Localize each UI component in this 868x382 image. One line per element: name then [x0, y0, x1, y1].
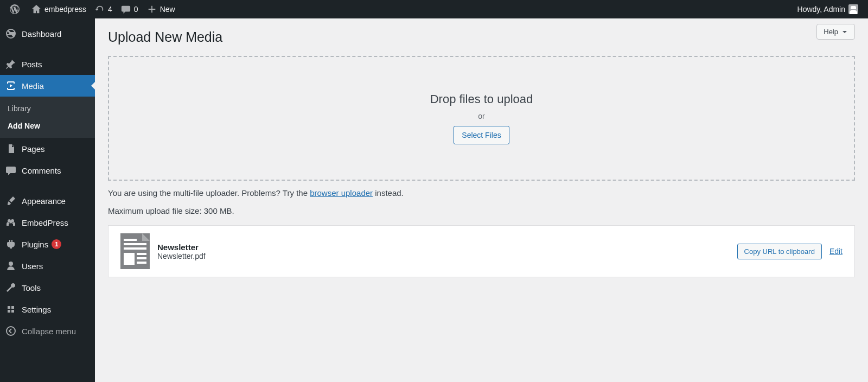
- svg-rect-6: [124, 253, 135, 265]
- pin-icon: [5, 59, 16, 69]
- adminbar-new-label: New: [160, 5, 175, 14]
- settings-icon: [5, 304, 16, 315]
- avatar-icon: [848, 4, 858, 14]
- sidebar-label-comments: Comments: [22, 166, 61, 175]
- browser-uploader-link[interactable]: browser uploader: [310, 188, 373, 198]
- uploaded-file-row: Newsletter Newsletter.pdf Copy URL to cl…: [108, 225, 855, 277]
- sidebar-submenu-media: Library Add New: [0, 97, 95, 138]
- collapse-icon: [5, 326, 16, 336]
- sidebar-label-embedpress: EmbedPress: [22, 218, 68, 227]
- help-label: Help: [824, 28, 838, 36]
- drop-or-label: or: [478, 112, 484, 120]
- file-name: Newsletter.pdf: [157, 252, 206, 260]
- svg-rect-9: [137, 262, 146, 264]
- sidebar-item-pages[interactable]: Pages: [0, 138, 95, 160]
- admin-sidebar: Dashboard Posts Media Library Add New Pa…: [0, 18, 95, 382]
- page-icon: [5, 143, 16, 154]
- sidebar-item-settings[interactable]: Settings: [0, 298, 95, 320]
- sidebar-item-users[interactable]: Users: [0, 255, 95, 277]
- max-upload-size: Maximum upload file size: 300 MB.: [108, 206, 855, 215]
- sidebar-label-posts: Posts: [22, 60, 42, 69]
- sidebar-item-posts[interactable]: Posts: [0, 53, 95, 75]
- user-icon: [5, 260, 16, 271]
- sidebar-label-media: Media: [22, 81, 44, 91]
- page-title: Upload New Media: [108, 29, 855, 45]
- upload-drop-area[interactable]: Drop files to upload or Select Files: [108, 56, 855, 181]
- sidebar-item-embedpress[interactable]: EmbedPress: [0, 212, 95, 233]
- file-meta: Newsletter Newsletter.pdf: [157, 243, 206, 260]
- file-thumbnail: [120, 233, 150, 269]
- file-title: Newsletter: [157, 243, 206, 252]
- adminbar-wp-logo[interactable]: [5, 0, 27, 18]
- sidebar-label-collapse: Collapse menu: [22, 327, 76, 336]
- sidebar-item-dashboard[interactable]: Dashboard: [0, 23, 95, 44]
- sidebar-sub-add-new[interactable]: Add New: [0, 117, 95, 135]
- uploader-note-prefix: You are using the multi-file uploader. P…: [108, 188, 310, 198]
- plugin-icon: [5, 239, 16, 250]
- sidebar-separator: [0, 181, 95, 190]
- uploader-note-suffix: instead.: [373, 188, 404, 198]
- adminbar-howdy-text: Howdy, Admin: [797, 5, 845, 14]
- sidebar-separator: [0, 44, 95, 53]
- sidebar-item-appearance[interactable]: Appearance: [0, 190, 95, 212]
- brush-icon: [5, 195, 16, 206]
- sidebar-collapse-menu[interactable]: Collapse menu: [0, 320, 95, 342]
- media-icon: [5, 80, 16, 91]
- main-content: Help Upload New Media Drop files to uplo…: [95, 18, 868, 382]
- plus-icon: [147, 4, 157, 14]
- select-files-button[interactable]: Select Files: [454, 126, 509, 144]
- dashboard-icon: [5, 28, 16, 39]
- adminbar-site-name: embedpress: [44, 5, 86, 14]
- sidebar-item-tools[interactable]: Tools: [0, 277, 95, 298]
- comments-icon: [5, 165, 16, 176]
- comment-icon: [121, 4, 131, 14]
- sidebar-label-appearance: Appearance: [22, 196, 66, 206]
- sidebar-label-users: Users: [22, 262, 43, 271]
- adminbar-comments[interactable]: 0: [117, 0, 143, 18]
- adminbar-new-content[interactable]: New: [143, 0, 180, 18]
- adminbar-my-account[interactable]: Howdy, Admin: [793, 0, 863, 18]
- file-actions: Copy URL to clipboard Edit: [737, 244, 843, 259]
- sidebar-label-plugins: Plugins: [22, 240, 48, 249]
- adminbar-updates[interactable]: 4: [91, 0, 117, 18]
- adminbar-updates-count: 4: [108, 5, 112, 14]
- sidebar-item-plugins[interactable]: Plugins 1: [0, 233, 95, 255]
- adminbar-site-link[interactable]: embedpress: [27, 0, 91, 18]
- edit-file-link[interactable]: Edit: [829, 247, 843, 256]
- wordpress-icon: [10, 4, 20, 14]
- sidebar-label-settings: Settings: [22, 305, 51, 314]
- embedpress-icon: [5, 217, 16, 228]
- home-icon: [31, 4, 41, 14]
- sidebar-label-pages: Pages: [22, 144, 45, 154]
- plugins-update-badge: 1: [52, 239, 61, 249]
- adminbar-comments-count: 0: [134, 5, 138, 14]
- chevron-down-icon: [841, 29, 848, 35]
- document-icon: [120, 233, 150, 269]
- copy-url-button[interactable]: Copy URL to clipboard: [737, 244, 822, 259]
- refresh-icon: [95, 4, 105, 14]
- svg-rect-4: [124, 243, 146, 245]
- svg-rect-5: [124, 247, 146, 250]
- svg-rect-3: [124, 239, 137, 241]
- sidebar-label-dashboard: Dashboard: [22, 29, 61, 39]
- sidebar-label-tools: Tools: [22, 283, 41, 292]
- help-toggle[interactable]: Help: [816, 24, 855, 40]
- drop-instructions: Drop files to upload: [430, 92, 533, 106]
- sidebar-sub-library[interactable]: Library: [0, 100, 95, 117]
- svg-point-0: [7, 327, 15, 335]
- svg-rect-8: [137, 257, 146, 259]
- wrench-icon: [5, 282, 16, 293]
- svg-rect-7: [137, 253, 146, 255]
- sidebar-item-comments[interactable]: Comments: [0, 160, 95, 181]
- admin-bar: embedpress 4 0 New Howdy, Admin: [0, 0, 868, 18]
- sidebar-item-media[interactable]: Media: [0, 75, 95, 97]
- uploader-note: You are using the multi-file uploader. P…: [108, 188, 855, 198]
